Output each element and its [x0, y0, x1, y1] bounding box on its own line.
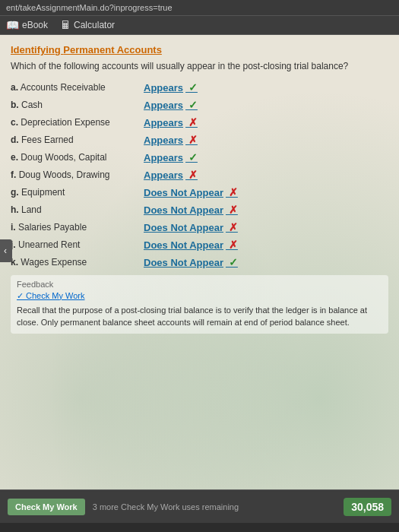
check-work-link[interactable]: ✓ Check My Work [17, 291, 382, 301]
answer-label: b. Cash [11, 100, 144, 110]
answer-row: i. Salaries PayableDoes Not Appear ✗ [11, 220, 388, 234]
answer-label: j. Unearned Rent [11, 239, 144, 250]
answer-value: Appears ✓ [144, 81, 198, 93]
feedback-section: Feedback ✓ Check My Work Recall that the… [11, 275, 388, 334]
answer-row: a. Accounts ReceivableAppears ✓ [11, 81, 388, 94]
score-badge: 30,058 [344, 498, 391, 516]
answer-value: Does Not Appear ✗ [144, 221, 238, 233]
answer-row: e. Doug Woods, CapitalAppears ✓ [11, 150, 388, 164]
answer-row: c. Depreciation ExpenseAppears ✗ [11, 116, 388, 129]
answer-label: a. Accounts Receivable [11, 82, 144, 93]
answer-label: c. Depreciation Expense [11, 117, 144, 128]
answer-label: i. Salaries Payable [11, 222, 144, 233]
answer-value: Appears ✓ [144, 151, 198, 163]
toolbar: 📖 eBook 🖩 Calculator [0, 16, 399, 35]
url-bar: ent/takeAssignmentMain.do?inprogress=tru… [0, 0, 399, 16]
remaining-text: 3 more Check My Work uses remaining [93, 502, 239, 511]
bottom-bar: Check My Work 3 more Check My Work uses … [0, 489, 399, 523]
answer-value: Appears ✓ [144, 99, 198, 111]
answers-list: a. Accounts ReceivableAppears ✓b. CashAp… [11, 81, 388, 269]
answer-label: h. Land [11, 204, 144, 215]
ebook-icon: 📖 [6, 19, 19, 31]
answer-value: Does Not Appear ✗ [144, 204, 238, 216]
feedback-text: Recall that the purpose of a post-closin… [17, 304, 382, 329]
page-title: Identifying Permanent Accounts [11, 44, 388, 55]
answer-value: Does Not Appear ✗ [144, 239, 238, 251]
answer-label: f. Doug Woods, Drawing [11, 169, 144, 180]
answer-value: Does Not Appear ✗ [144, 186, 238, 198]
answer-value: Appears ✗ [144, 169, 198, 181]
main-content: ‹ Identifying Permanent Accounts Which o… [0, 35, 399, 489]
arrow-left[interactable]: ‹ [0, 239, 12, 262]
answer-label: e. Doug Woods, Capital [11, 152, 144, 163]
answer-row: g. EquipmentDoes Not Appear ✗ [11, 185, 388, 199]
answer-label: g. Equipment [11, 187, 144, 198]
answer-row: b. CashAppears ✓ [11, 98, 388, 112]
answer-row: d. Fees EarnedAppears ✗ [11, 133, 388, 147]
question-text: Which of the following accounts will usu… [11, 60, 388, 73]
calculator-icon: 🖩 [60, 19, 71, 31]
ebook-button[interactable]: 📖 eBook [6, 19, 48, 31]
feedback-label: Feedback [17, 280, 382, 289]
answer-row: k. Wages ExpenseDoes Not Appear ✓ [11, 255, 388, 269]
answer-value: Does Not Appear ✓ [144, 256, 238, 268]
calculator-button[interactable]: 🖩 Calculator [60, 19, 115, 31]
answer-value: Appears ✗ [144, 116, 198, 128]
answer-label: k. Wages Expense [11, 257, 144, 268]
answer-label: d. Fees Earned [11, 135, 144, 145]
answer-value: Appears ✗ [144, 134, 198, 146]
answer-row: f. Doug Woods, DrawingAppears ✗ [11, 168, 388, 182]
answer-row: j. Unearned RentDoes Not Appear ✗ [11, 238, 388, 252]
check-my-work-button[interactable]: Check My Work [8, 499, 85, 515]
answer-row: h. LandDoes Not Appear ✗ [11, 203, 388, 217]
